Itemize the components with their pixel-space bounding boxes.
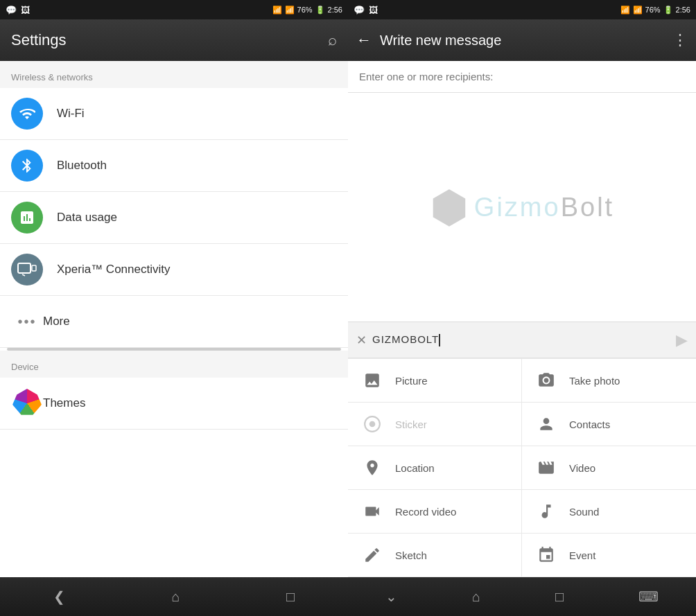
svg-rect-0: [18, 263, 31, 273]
wifi-signal-icon: 📶: [272, 6, 282, 15]
image-icon: 🖼: [21, 5, 30, 15]
settings-app-bar: Settings ⌕: [0, 19, 348, 61]
record-video-icon: [362, 501, 383, 522]
home-button[interactable]: ⌂: [157, 583, 193, 610]
keyboard-button[interactable]: ⌨: [625, 583, 672, 610]
status-icons-left-right: 💬 🖼: [354, 5, 378, 15]
recents-button[interactable]: □: [272, 583, 308, 610]
settings-item-more[interactable]: ••• More: [0, 296, 348, 348]
more-menu-button[interactable]: ⋮: [672, 31, 688, 49]
status-icons-right: 📶 📶 76% 🔋 2:56: [272, 6, 342, 15]
wifi-label: Wi-Fi: [57, 107, 85, 121]
data-icon: [11, 202, 43, 234]
sticker-icon: [362, 414, 383, 434]
battery-icon-r: 🔋: [663, 6, 673, 15]
sound-icon: [536, 501, 557, 522]
status-icons-left: 💬 🖼: [6, 5, 30, 15]
sketch-icon: [362, 545, 383, 565]
attach-picture[interactable]: Picture: [348, 359, 522, 403]
xperia-icon: [11, 254, 43, 285]
right-nav-bar: ⌄ ⌂ □ ⌨: [348, 577, 696, 616]
battery-text: 76%: [297, 6, 313, 14]
attach-take-photo[interactable]: Take photo: [522, 359, 696, 403]
more-dots-icon: •••: [11, 306, 43, 337]
back-button[interactable]: ❮: [40, 583, 79, 610]
attach-event[interactable]: Event: [522, 534, 696, 577]
themes-icon: [11, 387, 43, 419]
left-nav-bar: ❮ ⌂ □: [0, 577, 348, 616]
settings-content: Wireless & networks Wi-Fi Bluetooth: [0, 61, 348, 577]
attach-sound[interactable]: Sound: [522, 490, 696, 534]
settings-item-bluetooth[interactable]: Bluetooth: [0, 140, 348, 192]
settings-item-data[interactable]: Data usage: [0, 192, 348, 244]
down-button[interactable]: ⌄: [372, 583, 411, 610]
bluetooth-label: Bluetooth: [57, 159, 107, 173]
location-icon: [362, 457, 383, 478]
attach-location[interactable]: Location: [348, 446, 522, 490]
xperia-label: Xperia™ Connectivity: [57, 263, 170, 276]
attach-grid: Picture Take photo St: [348, 358, 696, 577]
settings-title: Settings: [11, 31, 328, 49]
sticker-label: Sticker: [395, 419, 427, 430]
attach-record-video[interactable]: Record video: [348, 490, 522, 534]
status-icons-right-r: 📶 📶 76% 🔋 2:56: [620, 6, 690, 15]
sketch-label: Sketch: [395, 549, 427, 561]
bluetooth-icon: [11, 150, 43, 182]
battery-icon: 🔋: [315, 6, 325, 15]
attach-video[interactable]: Video: [522, 446, 696, 490]
wifi-icon: [11, 98, 43, 130]
input-bar: ✕ GIZMOBOLT ▶: [348, 322, 696, 358]
message-body[interactable]: ⬢ GizmoBolt: [348, 93, 696, 322]
attach-contacts[interactable]: Contacts: [522, 403, 696, 446]
themes-label: Themes: [43, 396, 85, 410]
close-input-button[interactable]: ✕: [356, 333, 367, 348]
message-text: GIZMOBOLT: [372, 333, 439, 345]
message-title: Write new message: [380, 33, 664, 49]
home-button-r[interactable]: ⌂: [458, 583, 494, 610]
settings-item-themes[interactable]: Themes: [0, 378, 348, 430]
settings-panel: 💬 🖼 📶 📶 76% 🔋 2:56 Settings ⌕ Wireless &…: [0, 0, 348, 616]
svg-point-4: [369, 421, 376, 428]
picture-label: Picture: [395, 375, 428, 387]
settings-item-wifi[interactable]: Wi-Fi: [0, 88, 348, 140]
signal-icon-r: 📶: [633, 6, 643, 15]
record-video-label: Record video: [395, 506, 456, 518]
event-label: Event: [569, 549, 595, 561]
watermark: ⬢ GizmoBolt: [430, 182, 614, 233]
message-app-bar: ← Write new message ⋮: [348, 19, 696, 61]
device-section-header: Device: [0, 351, 348, 378]
send-button[interactable]: ▶: [676, 331, 688, 349]
recipients-area[interactable]: Enter one or more recipients:: [348, 61, 696, 93]
signal-icon: 📶: [285, 6, 295, 15]
attach-sticker[interactable]: Sticker: [348, 403, 522, 446]
more-label: More: [43, 315, 70, 328]
wireless-section-header: Wireless & networks: [0, 61, 348, 88]
whatsapp-icon: 💬: [6, 5, 17, 15]
image-icon-r: 🖼: [369, 5, 378, 15]
time-display: 2:56: [328, 6, 342, 14]
cursor: [439, 334, 440, 346]
svg-line-2: [22, 274, 25, 276]
search-icon[interactable]: ⌕: [328, 31, 337, 49]
picture-icon: [362, 370, 383, 391]
time-display-r: 2:56: [676, 6, 690, 14]
message-input[interactable]: GIZMOBOLT: [372, 333, 670, 346]
wifi-signal-icon-r: 📶: [620, 6, 630, 15]
contacts-icon: [536, 414, 557, 434]
take-photo-label: Take photo: [569, 375, 620, 387]
status-bar-right: 💬 🖼 📶 📶 76% 🔋 2:56: [348, 0, 696, 19]
recipients-placeholder: Enter one or more recipients:: [359, 71, 493, 82]
attachment-menu: Picture Take photo St: [348, 358, 696, 577]
messaging-panel: 💬 🖼 📶 📶 76% 🔋 2:56 ← Write new message ⋮…: [348, 0, 696, 616]
status-bar-left: 💬 🖼 📶 📶 76% 🔋 2:56: [0, 0, 348, 19]
settings-item-xperia[interactable]: Xperia™ Connectivity: [0, 244, 348, 296]
svg-rect-1: [32, 265, 36, 271]
whatsapp-icon-r: 💬: [354, 5, 365, 15]
attach-sketch[interactable]: Sketch: [348, 534, 522, 577]
battery-text-r: 76%: [645, 6, 661, 14]
back-button-msg[interactable]: ←: [356, 31, 372, 49]
data-label: Data usage: [57, 211, 117, 225]
event-icon: [536, 545, 557, 565]
video-label: Video: [569, 462, 595, 474]
recents-button-r[interactable]: □: [541, 583, 577, 610]
